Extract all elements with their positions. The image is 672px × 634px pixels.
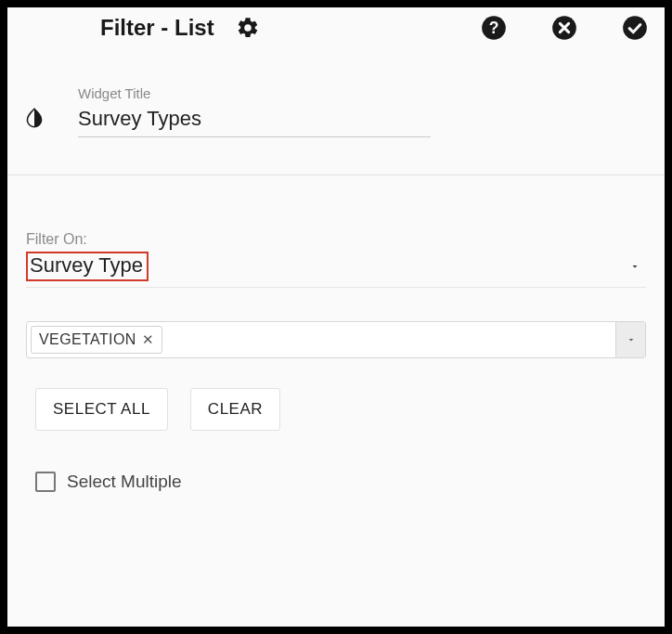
dialog-header: Filter - List ?: [7, 7, 665, 48]
chevron-down-icon: [626, 334, 637, 345]
filter-on-highlight: Survey Type: [26, 252, 149, 281]
select-multiple-label: Select Multiple: [67, 472, 182, 492]
svg-text:?: ?: [489, 19, 499, 37]
select-all-button[interactable]: SELECT ALL: [35, 388, 168, 431]
check-icon: [622, 15, 648, 41]
dialog-title: Filter - List: [100, 15, 214, 41]
filter-on-dropdown[interactable]: Survey Type: [26, 252, 646, 288]
help-button[interactable]: ?: [479, 13, 509, 43]
value-chip-label: VEGETATION: [39, 331, 136, 348]
value-chip: VEGETATION ✕: [31, 326, 162, 354]
gear-icon: [236, 16, 260, 40]
theme-button[interactable]: [22, 106, 48, 132]
chevron-down-icon: [629, 261, 640, 272]
settings-button[interactable]: [233, 13, 263, 43]
widget-title-field: Widget Title: [78, 85, 431, 137]
confirm-button[interactable]: [620, 13, 650, 43]
close-icon: [551, 15, 577, 41]
widget-title-section: Widget Title: [7, 48, 665, 175]
values-input[interactable]: [166, 322, 615, 357]
select-multiple-checkbox[interactable]: [35, 472, 56, 492]
widget-title-label: Widget Title: [78, 85, 431, 101]
dialog-filter-list: Filter - List ?: [0, 0, 672, 634]
invert-colors-icon: [22, 106, 46, 130]
filter-on-value: Survey Type: [30, 253, 143, 277]
close-button[interactable]: [549, 13, 579, 43]
clear-button[interactable]: CLEAR: [190, 388, 280, 431]
values-multiselect[interactable]: VEGETATION ✕: [26, 321, 646, 358]
widget-title-input[interactable]: [78, 103, 431, 137]
help-icon: ?: [481, 15, 507, 41]
bulk-action-row: SELECT ALL CLEAR: [26, 388, 646, 431]
filter-on-label: Filter On:: [26, 231, 646, 248]
chip-remove-icon[interactable]: ✕: [142, 331, 154, 348]
svg-point-3: [623, 16, 647, 40]
select-multiple-row: Select Multiple: [26, 472, 646, 492]
filter-config-section: Filter On: Survey Type VEGETATION ✕ SELE…: [7, 175, 665, 511]
values-dropdown-toggle[interactable]: [615, 322, 645, 357]
